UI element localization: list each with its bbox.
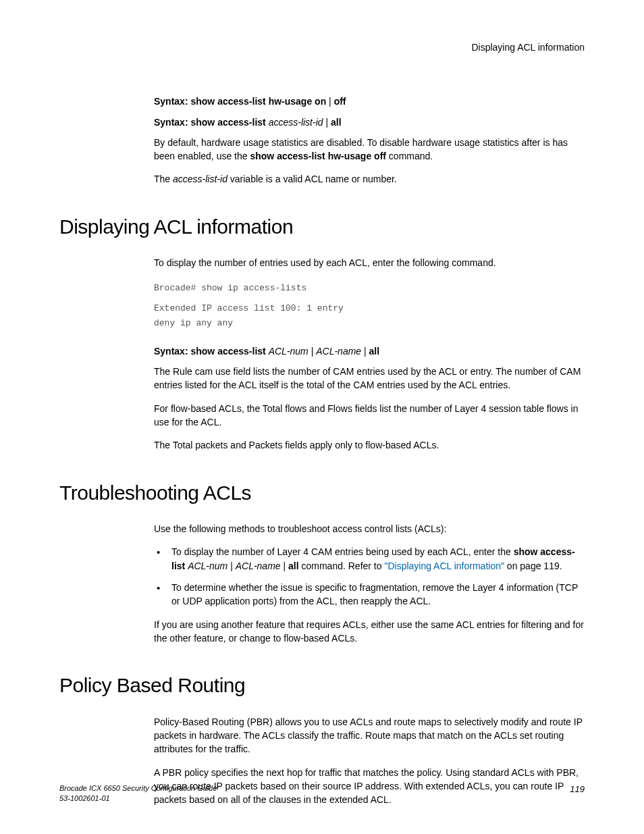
- syntax-off: off: [334, 96, 346, 107]
- body-paragraph: The Total packets and Packets fields app…: [154, 438, 585, 452]
- syntax-sep: |: [308, 346, 316, 357]
- syntax-sep: |: [323, 117, 331, 128]
- text-bold: all: [288, 561, 299, 571]
- text: command.: [386, 151, 433, 161]
- text-italic: ACL-name: [236, 561, 281, 571]
- heading-displaying-acl: Displaying ACL information: [59, 212, 585, 242]
- text: The: [154, 174, 173, 184]
- syntax-line-1: Syntax: show access-list hw-usage on | o…: [154, 95, 585, 108]
- syntax-sep: |: [361, 346, 369, 357]
- syntax-line-3: Syntax: show access-list ACL-num | ACL-n…: [154, 344, 585, 358]
- body-paragraph: To display the number of entries used by…: [154, 256, 585, 269]
- body-paragraph: If you are using another feature that re…: [154, 618, 585, 646]
- body-paragraph: By default, hardware usage statistics ar…: [154, 136, 585, 163]
- footer-doc-number: 53-1002601-01: [59, 793, 217, 803]
- text: on page 119.: [504, 561, 562, 571]
- syntax-var: ACL-num: [269, 346, 308, 357]
- text-italic: access-list-id: [173, 174, 227, 184]
- syntax-cmd: show access-list: [190, 117, 268, 128]
- body-paragraph: Use the following methods to troubleshoo…: [154, 522, 585, 536]
- syntax-prefix: Syntax:: [154, 117, 190, 128]
- syntax-var: ACL-name: [316, 346, 361, 357]
- text: variable is a valid ACL name or number.: [227, 174, 397, 184]
- text-italic: ACL-num: [188, 561, 227, 571]
- body-paragraph: Policy-Based Routing (PBR) allows you to…: [154, 715, 585, 756]
- code-line: Brocade# show ip access-lists: [154, 281, 585, 296]
- syntax-prefix: Syntax:: [154, 346, 190, 357]
- text: |: [281, 561, 288, 571]
- syntax-cmd: show access-list hw-usage on: [190, 96, 326, 107]
- intro-block: Syntax: show access-list hw-usage on | o…: [154, 95, 585, 186]
- list-item: To determine whether the issue is specif…: [154, 581, 585, 608]
- section-body: Use the following methods to troubleshoo…: [154, 522, 585, 645]
- body-paragraph: The Rule cam use field lists the number …: [154, 365, 585, 392]
- spacer: [154, 296, 585, 301]
- footer-doc-title: Brocade ICX 6650 Security Configuration …: [59, 783, 217, 793]
- list-item: To display the number of Layer 4 CAM ent…: [154, 545, 585, 573]
- syntax-var: access-list-id: [269, 117, 323, 128]
- text: command. Refer to: [299, 561, 385, 571]
- page-number: 119: [570, 783, 585, 796]
- syntax-all: all: [331, 117, 342, 128]
- code-line: deny ip any any: [154, 316, 585, 331]
- code-line: Extended IP access list 100: 1 entry: [154, 301, 585, 316]
- syntax-prefix: Syntax:: [154, 96, 190, 107]
- body-paragraph: The access-list-id variable is a valid A…: [154, 172, 585, 186]
- heading-troubleshooting: Troubleshooting ACLs: [59, 478, 585, 508]
- heading-policy-based-routing: Policy Based Routing: [59, 671, 585, 700]
- syntax-cmd: show access-list: [190, 346, 268, 357]
- page-footer: Brocade ICX 6650 Security Configuration …: [59, 783, 585, 803]
- section-body: To display the number of entries used by…: [154, 256, 585, 452]
- footer-left: Brocade ICX 6650 Security Configuration …: [59, 783, 217, 803]
- body-paragraph: For flow-based ACLs, the Total flows and…: [154, 402, 585, 429]
- text: |: [227, 561, 235, 571]
- text: To display the number of Layer 4 CAM ent…: [171, 546, 514, 557]
- bullet-list: To display the number of Layer 4 CAM ent…: [154, 545, 585, 608]
- syntax-sep: |: [326, 96, 333, 107]
- running-header: Displaying ACL information: [59, 41, 585, 54]
- cross-ref-link[interactable]: "Displaying ACL information": [384, 561, 504, 571]
- syntax-line-2: Syntax: show access-list access-list-id …: [154, 115, 585, 129]
- syntax-all: all: [369, 346, 380, 357]
- code-block: Brocade# show ip access-lists Extended I…: [154, 281, 585, 331]
- text-bold: show access-list hw-usage off: [250, 151, 386, 161]
